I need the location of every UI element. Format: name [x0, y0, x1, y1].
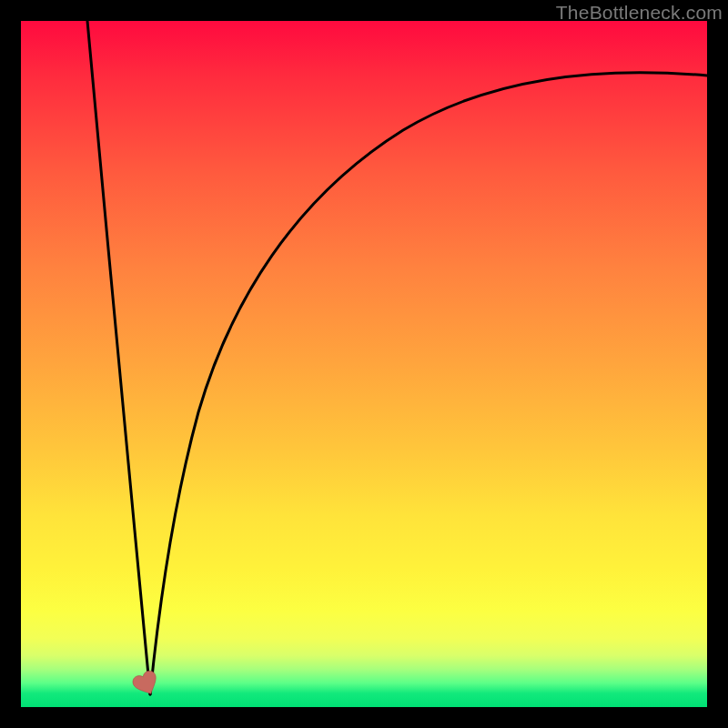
- curve-left-branch: [87, 21, 150, 694]
- chart-frame: [21, 21, 707, 707]
- watermark-text: TheBottleneck.com: [556, 2, 723, 24]
- curve-right-branch: [150, 73, 707, 694]
- bottleneck-curve: [21, 21, 707, 707]
